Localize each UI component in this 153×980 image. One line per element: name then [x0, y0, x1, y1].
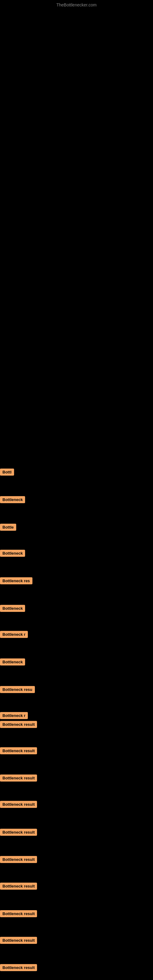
bottleneck-label: Bottleneck result — [0, 801, 37, 808]
bottleneck-result-item[interactable]: Bottleneck r — [0, 631, 28, 639]
bottleneck-result-item[interactable]: Bottleneck result — [0, 721, 37, 729]
bottleneck-label: Bottleneck r — [0, 712, 28, 719]
bottleneck-result-item[interactable]: Bottleneck result — [0, 801, 37, 809]
bottleneck-label: Bottleneck — [0, 605, 25, 612]
bottleneck-result-item[interactable]: Bottleneck — [0, 550, 25, 558]
bottleneck-result-item[interactable]: Bottleneck resu — [0, 686, 35, 694]
bottleneck-result-item[interactable]: Bottleneck result — [0, 829, 37, 837]
bottleneck-result-item[interactable]: Bottleneck — [0, 659, 25, 667]
bottleneck-label: Bottleneck — [0, 496, 25, 503]
bottleneck-result-item[interactable]: Bottleneck result — [0, 775, 37, 783]
bottleneck-result-item[interactable]: Bottleneck result — [0, 910, 37, 918]
bottleneck-label: Bottleneck — [0, 659, 25, 665]
bottleneck-label: Bottleneck r — [0, 631, 28, 638]
bottleneck-label: Bottleneck resu — [0, 686, 35, 693]
bottleneck-label: Bottleneck result — [0, 829, 37, 836]
bottleneck-label: Bottleneck — [0, 550, 25, 557]
bottleneck-label: Bottle — [0, 524, 16, 531]
bottleneck-result-item[interactable]: Bottleneck result — [0, 883, 37, 891]
bottleneck-result-item[interactable]: Bottleneck r — [0, 712, 28, 720]
bottleneck-label: Bottleneck result — [0, 856, 37, 863]
bottleneck-result-item[interactable]: Bottleneck — [0, 496, 25, 504]
bottleneck-label: Bottleneck result — [0, 937, 37, 944]
bottleneck-result-item[interactable]: Bottl — [0, 469, 14, 477]
bottleneck-result-item[interactable]: Bottleneck result — [0, 937, 37, 945]
bottleneck-result-item[interactable]: Bottleneck result — [0, 747, 37, 756]
bottleneck-label: Bottleneck result — [0, 910, 37, 917]
bottleneck-label: Bottl — [0, 469, 14, 476]
bottleneck-label: Bottleneck result — [0, 883, 37, 890]
bottleneck-label: Bottleneck res — [0, 577, 32, 584]
bottleneck-label: Bottleneck result — [0, 775, 37, 781]
site-title: TheBottlenecker.com — [0, 0, 153, 7]
bottleneck-result-item[interactable]: Bottleneck — [0, 605, 25, 613]
bottleneck-label: Bottleneck result — [0, 721, 37, 728]
bottleneck-label: Bottleneck result — [0, 747, 37, 754]
bottleneck-result-item[interactable]: Bottleneck result — [0, 964, 37, 972]
bottleneck-result-item[interactable]: Bottleneck result — [0, 856, 37, 864]
bottleneck-label: Bottleneck result — [0, 964, 37, 971]
bottleneck-result-item[interactable]: Bottleneck res — [0, 577, 32, 585]
bottleneck-result-item[interactable]: Bottle — [0, 524, 16, 532]
